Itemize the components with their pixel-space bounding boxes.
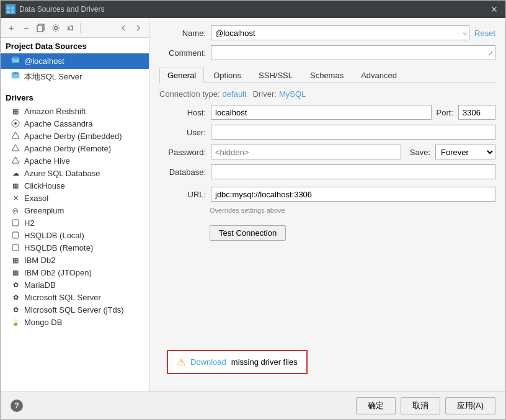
driver-exasol-icon: ✕ [11,193,20,203]
svg-rect-0 [7,7,10,9]
driver-apache-derby-remote[interactable]: Apache Derby (Remote) [1,142,149,154]
driver-h2[interactable]: H2 [1,217,149,229]
svg-rect-18 [12,244,19,251]
driver-hsqldb-local[interactable]: HSQLDB (Local) [1,229,149,241]
left-toolbar: + − [1,18,149,38]
driver-value[interactable]: MySQL [279,89,306,99]
name-row: Name: ○ Reset [159,25,495,40]
connection-type-label: Connection type: [159,89,220,99]
titlebar: Data Sources and Drivers ✕ [1,1,505,18]
import-button[interactable] [64,21,78,35]
user-label: User: [159,128,206,137]
tab-general[interactable]: General [159,68,204,83]
datasource-localhost[interactable]: @localhost [1,53,149,69]
password-wrapper [211,145,401,159]
datasource-localhost-label: @localhost [24,56,64,66]
help-button[interactable]: ? [11,400,23,412]
password-input[interactable] [211,145,401,159]
ok-button[interactable]: 确定 [356,397,396,414]
driver-ibm-db2-jtopen[interactable]: ▦ IBM Db2 (JTOpen) [1,266,149,279]
driver-apache-hive[interactable]: Apache Hive [1,154,149,167]
driver-clickhouse-icon: ▦ [11,181,20,190]
right-panel: Name: ○ Reset Comment: ⤢ General Options [149,18,505,391]
driver-clickhouse[interactable]: ▦ ClickHouse [1,179,149,192]
svg-point-6 [55,26,58,29]
datasource-icon [11,55,20,67]
driver-clickhouse-label: ClickHouse [24,181,65,190]
name-input[interactable] [211,25,469,40]
port-input[interactable] [458,105,495,120]
reset-link[interactable]: Reset [474,29,495,38]
connection-type-value[interactable]: default [223,89,247,99]
comment-input[interactable] [211,45,495,60]
add-button[interactable]: + [4,21,18,35]
drivers-list: ▦ Amazon Redshift Apache Cassandra Apa [1,105,149,328]
driver-azure-sql[interactable]: ☁ Azure SQL Database [1,167,149,179]
test-connection-button[interactable]: Test Connection [210,225,286,241]
forward-button[interactable] [131,21,145,35]
driver-apache-cassandra-label: Apache Cassandra [24,119,93,128]
expand-icon[interactable]: ⤢ [488,50,493,56]
left-panel: + − [1,18,149,391]
host-input[interactable] [211,105,432,120]
driver-ibm-db2[interactable]: ▦ IBM Db2 [1,254,149,266]
tab-advanced[interactable]: Advanced [353,68,405,83]
main-content: + − [1,18,505,391]
driver-greenplum[interactable]: ◎ Greenplum [1,204,149,217]
comment-label: Comment: [159,48,206,58]
driver-apache-derby-remote-label: Apache Derby (Remote) [24,144,111,153]
driver-mongodb[interactable]: 🍃 Mongo DB [1,316,149,328]
tab-options[interactable]: Options [205,68,249,83]
project-data-sources-title: Project Data Sources [1,38,149,53]
driver-mssql-jtds[interactable]: ✿ Microsoft SQL Server (jTds) [1,303,149,316]
dialog-window: Data Sources and Drivers ✕ + − [0,0,506,420]
driver-greenplum-label: Greenplum [24,206,64,215]
driver-amazon-redshift[interactable]: ▦ Amazon Redshift [1,105,149,117]
database-input[interactable] [211,164,495,179]
driver-azure-sql-icon: ☁ [11,168,20,178]
url-label: URL: [159,190,206,199]
remove-button[interactable]: − [19,21,33,35]
save-select[interactable]: Forever Until restart Never [435,145,495,159]
comment-row: Comment: ⤢ [159,45,495,60]
svg-rect-16 [12,220,19,226]
close-button[interactable]: ✕ [488,4,500,14]
settings-button[interactable] [49,21,63,35]
tab-sshssl[interactable]: SSH/SSL [251,68,301,83]
cancel-button[interactable]: 取消 [401,397,440,414]
driver-apache-derby-embedded[interactable]: Apache Derby (Embedded) [1,130,149,142]
drivers-section: Drivers ▦ Amazon Redshift Apache Cassand… [1,89,149,328]
spacer [159,241,495,345]
driver-h2-label: H2 [24,218,35,228]
driver-mariadb[interactable]: ✿ MariaDB [1,279,149,291]
driver-exasol[interactable]: ✕ Exasol [1,192,149,204]
driver-apache-hive-icon [11,156,20,166]
driver-apache-cassandra[interactable]: Apache Cassandra [1,117,149,130]
download-warning: ⚠ Download missing driver files [167,350,308,374]
name-label: Name: [159,29,206,38]
user-row: User: [159,125,495,140]
apply-button[interactable]: 应用(A) [445,397,495,414]
driver-mssql[interactable]: ✿ Microsoft SQL Server [1,291,149,303]
datasource-local-sql[interactable]: 本地SQL Server [1,69,149,84]
driver-h2-icon [11,218,20,228]
user-input[interactable] [211,125,495,140]
driver-hsqldb-remote[interactable]: HSQLDB (Remote) [1,241,149,254]
window-title: Data Sources and Drivers [19,5,488,14]
svg-marker-13 [12,132,19,138]
svg-rect-17 [12,232,19,238]
driver-exasol-label: Exasol [24,194,48,203]
tab-schemas[interactable]: Schemas [302,68,352,83]
back-button[interactable] [117,21,130,35]
name-input-wrapper: ○ [211,25,469,40]
copy-button[interactable] [34,21,48,35]
url-input[interactable] [211,187,495,202]
svg-marker-15 [12,157,19,163]
download-warning-suffix: missing driver files [231,357,298,367]
name-clear-icon[interactable]: ○ [463,29,467,37]
download-link[interactable]: Download [190,357,226,367]
driver-amazon-redshift-icon: ▦ [11,106,20,116]
url-section: URL: Overrides settings above [159,187,495,214]
svg-rect-3 [11,11,14,13]
driver-ibm-db2-jtopen-label: IBM Db2 (JTOpen) [24,268,92,277]
